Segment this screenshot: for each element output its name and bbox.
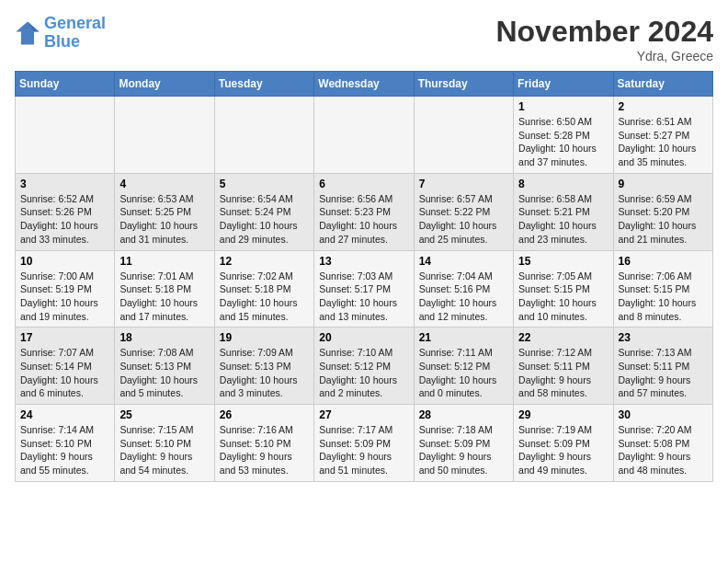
day-info: Sunrise: 7:13 AM Sunset: 5:11 PM Dayligh…: [619, 346, 708, 400]
day-number: 16: [619, 255, 708, 268]
day-info: Sunrise: 7:10 AM Sunset: 5:12 PM Dayligh…: [319, 346, 408, 400]
calendar-cell: 13Sunrise: 7:03 AM Sunset: 5:17 PM Dayli…: [314, 250, 414, 327]
day-info: Sunrise: 7:11 AM Sunset: 5:12 PM Dayligh…: [419, 346, 508, 400]
day-number: 18: [119, 331, 209, 344]
calendar-week-row: 1Sunrise: 6:50 AM Sunset: 5:28 PM Daylig…: [16, 97, 713, 174]
month-title: November 2024: [495, 15, 713, 49]
day-number: 28: [419, 408, 508, 421]
calendar-cell: 4Sunrise: 6:53 AM Sunset: 5:25 PM Daylig…: [115, 173, 214, 250]
svg-marker-0: [16, 21, 39, 44]
day-info: Sunrise: 7:05 AM Sunset: 5:15 PM Dayligh…: [518, 270, 608, 324]
day-info: Sunrise: 6:50 AM Sunset: 5:28 PM Dayligh…: [518, 115, 608, 169]
day-number: 12: [220, 255, 309, 268]
calendar-cell: 5Sunrise: 6:54 AM Sunset: 5:24 PM Daylig…: [214, 173, 313, 250]
logo-text: General Blue: [44, 15, 106, 52]
day-info: Sunrise: 7:08 AM Sunset: 5:13 PM Dayligh…: [119, 346, 209, 400]
day-info: Sunrise: 7:12 AM Sunset: 5:11 PM Dayligh…: [518, 346, 608, 400]
day-number: 3: [20, 178, 109, 190]
day-number: 22: [518, 331, 608, 344]
day-info: Sunrise: 6:53 AM Sunset: 5:25 PM Dayligh…: [119, 192, 209, 247]
day-info: Sunrise: 7:01 AM Sunset: 5:18 PM Dayligh…: [119, 270, 209, 324]
calendar-cell: 15Sunrise: 7:05 AM Sunset: 5:15 PM Dayli…: [514, 250, 613, 327]
calendar-cell: 23Sunrise: 7:13 AM Sunset: 5:11 PM Dayli…: [613, 327, 712, 405]
calendar-cell: 3Sunrise: 6:52 AM Sunset: 5:26 PM Daylig…: [16, 173, 115, 250]
calendar-table: SundayMondayTuesdayWednesdayThursdayFrid…: [15, 71, 713, 482]
calendar-cell: 21Sunrise: 7:11 AM Sunset: 5:12 PM Dayli…: [414, 327, 513, 405]
calendar-cell: [314, 97, 414, 174]
calendar-cell: 27Sunrise: 7:17 AM Sunset: 5:09 PM Dayli…: [314, 405, 414, 482]
title-block: November 2024 Ydra, Greece: [495, 15, 713, 63]
calendar-cell: 8Sunrise: 6:58 AM Sunset: 5:21 PM Daylig…: [514, 173, 613, 250]
page-header: General Blue November 2024 Ydra, Greece: [15, 15, 713, 63]
day-info: Sunrise: 6:54 AM Sunset: 5:24 PM Dayligh…: [220, 192, 309, 247]
calendar-cell: [115, 97, 214, 174]
calendar-cell: 11Sunrise: 7:01 AM Sunset: 5:18 PM Dayli…: [115, 250, 214, 327]
day-info: Sunrise: 7:20 AM Sunset: 5:08 PM Dayligh…: [619, 423, 708, 477]
weekday-header: Saturday: [613, 72, 712, 97]
day-number: 5: [220, 178, 309, 190]
day-info: Sunrise: 7:03 AM Sunset: 5:17 PM Dayligh…: [319, 270, 408, 324]
day-number: 10: [20, 255, 109, 268]
day-info: Sunrise: 6:52 AM Sunset: 5:26 PM Dayligh…: [20, 192, 109, 247]
day-number: 26: [220, 408, 309, 421]
location: Ydra, Greece: [495, 49, 713, 63]
day-number: 4: [119, 178, 209, 190]
day-number: 30: [619, 408, 708, 421]
day-info: Sunrise: 7:00 AM Sunset: 5:19 PM Dayligh…: [20, 270, 109, 324]
calendar-week-row: 10Sunrise: 7:00 AM Sunset: 5:19 PM Dayli…: [16, 250, 713, 327]
calendar-cell: 26Sunrise: 7:16 AM Sunset: 5:10 PM Dayli…: [214, 405, 313, 482]
weekday-header: Thursday: [414, 72, 513, 97]
calendar-cell: 22Sunrise: 7:12 AM Sunset: 5:11 PM Dayli…: [514, 327, 613, 405]
day-info: Sunrise: 7:04 AM Sunset: 5:16 PM Dayligh…: [419, 270, 508, 324]
day-number: 2: [619, 100, 708, 113]
day-number: 29: [518, 408, 608, 421]
day-info: Sunrise: 6:57 AM Sunset: 5:22 PM Dayligh…: [419, 192, 508, 247]
weekday-header: Sunday: [16, 72, 115, 97]
day-info: Sunrise: 6:56 AM Sunset: 5:23 PM Dayligh…: [319, 192, 408, 247]
day-info: Sunrise: 7:18 AM Sunset: 5:09 PM Dayligh…: [419, 423, 508, 477]
day-info: Sunrise: 7:19 AM Sunset: 5:09 PM Dayligh…: [518, 423, 608, 477]
day-number: 14: [419, 255, 508, 268]
day-number: 7: [419, 178, 508, 190]
calendar-cell: 29Sunrise: 7:19 AM Sunset: 5:09 PM Dayli…: [514, 405, 613, 482]
calendar-cell: [414, 97, 513, 174]
calendar-cell: 14Sunrise: 7:04 AM Sunset: 5:16 PM Dayli…: [414, 250, 513, 327]
calendar-cell: 30Sunrise: 7:20 AM Sunset: 5:08 PM Dayli…: [613, 405, 712, 482]
day-number: 23: [619, 331, 708, 344]
day-number: 8: [518, 178, 608, 190]
calendar-cell: 2Sunrise: 6:51 AM Sunset: 5:27 PM Daylig…: [613, 97, 712, 174]
calendar-cell: 12Sunrise: 7:02 AM Sunset: 5:18 PM Dayli…: [214, 250, 313, 327]
day-number: 25: [119, 408, 209, 421]
calendar-cell: 28Sunrise: 7:18 AM Sunset: 5:09 PM Dayli…: [414, 405, 513, 482]
day-number: 1: [518, 100, 608, 113]
day-info: Sunrise: 6:51 AM Sunset: 5:27 PM Dayligh…: [619, 115, 708, 169]
calendar-week-row: 3Sunrise: 6:52 AM Sunset: 5:26 PM Daylig…: [16, 173, 713, 250]
day-number: 27: [319, 408, 408, 421]
calendar-cell: 17Sunrise: 7:07 AM Sunset: 5:14 PM Dayli…: [16, 327, 115, 405]
calendar-cell: [16, 97, 115, 174]
day-info: Sunrise: 6:59 AM Sunset: 5:20 PM Dayligh…: [619, 192, 708, 247]
day-number: 21: [419, 331, 508, 344]
day-number: 6: [319, 178, 408, 190]
day-info: Sunrise: 6:58 AM Sunset: 5:21 PM Dayligh…: [518, 192, 608, 247]
calendar-cell: 9Sunrise: 6:59 AM Sunset: 5:20 PM Daylig…: [613, 173, 712, 250]
weekday-header-row: SundayMondayTuesdayWednesdayThursdayFrid…: [16, 72, 713, 97]
weekday-header: Friday: [514, 72, 613, 97]
logo-icon: [15, 20, 40, 46]
weekday-header: Monday: [115, 72, 214, 97]
day-number: 11: [119, 255, 209, 268]
weekday-header: Tuesday: [214, 72, 313, 97]
day-number: 9: [619, 178, 708, 190]
calendar-cell: 25Sunrise: 7:15 AM Sunset: 5:10 PM Dayli…: [115, 405, 214, 482]
day-number: 19: [220, 331, 309, 344]
calendar-cell: [214, 97, 313, 174]
day-info: Sunrise: 7:06 AM Sunset: 5:15 PM Dayligh…: [619, 270, 708, 324]
day-number: 17: [20, 331, 109, 344]
day-info: Sunrise: 7:02 AM Sunset: 5:18 PM Dayligh…: [220, 270, 309, 324]
calendar-cell: 24Sunrise: 7:14 AM Sunset: 5:10 PM Dayli…: [16, 405, 115, 482]
logo: General Blue: [15, 15, 106, 52]
day-number: 15: [518, 255, 608, 268]
calendar-week-row: 17Sunrise: 7:07 AM Sunset: 5:14 PM Dayli…: [16, 327, 713, 405]
calendar-cell: 10Sunrise: 7:00 AM Sunset: 5:19 PM Dayli…: [16, 250, 115, 327]
day-info: Sunrise: 7:16 AM Sunset: 5:10 PM Dayligh…: [220, 423, 309, 477]
